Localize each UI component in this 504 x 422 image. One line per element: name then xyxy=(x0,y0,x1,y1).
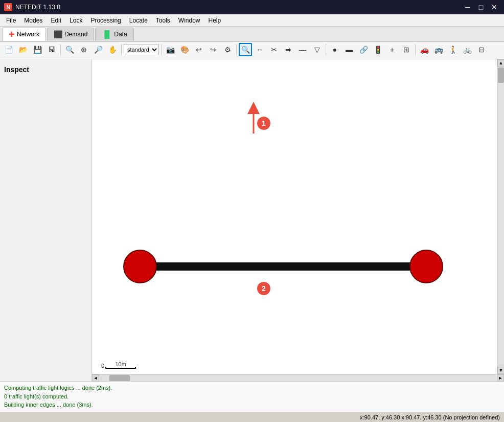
menubar: File Modes Edit Lock Processing Locate T… xyxy=(0,14,504,27)
canvas-area[interactable]: 1 2 0 10m xyxy=(92,59,497,374)
tb-settings-button[interactable]: ⚙ xyxy=(221,43,234,56)
scale-line xyxy=(105,367,136,369)
demand-tab-icon: ⬛ xyxy=(54,30,62,38)
scroll-thumb-h[interactable] xyxy=(109,375,130,381)
maximize-button[interactable]: □ xyxy=(475,2,487,13)
data-tab-icon: ▐▌ xyxy=(102,30,112,38)
menu-lock[interactable]: Lock xyxy=(65,14,86,26)
menu-modes[interactable]: Modes xyxy=(20,14,47,26)
svg-text:2: 2 xyxy=(262,284,266,293)
scroll-thumb-v[interactable] xyxy=(498,68,504,83)
close-button[interactable]: ✕ xyxy=(489,2,500,13)
log-line-3: Building inner edges ... done (3ms). xyxy=(4,401,500,409)
tb-pan-button[interactable]: ✋ xyxy=(106,43,119,56)
log-line-2: 0 traffic light(s) computed. xyxy=(4,392,500,401)
vertical-scrollbar[interactable]: ▲ ▼ xyxy=(497,59,504,374)
tb-bus-button[interactable]: 🚌 xyxy=(432,43,445,56)
menu-processing[interactable]: Processing xyxy=(86,14,125,26)
view-mode-select[interactable]: standard simple detailed xyxy=(124,44,159,55)
tb-zoom-in-button[interactable]: ⊕ xyxy=(77,43,90,56)
tb-tri-button[interactable]: ▽ xyxy=(310,43,324,56)
scroll-left-button[interactable]: ◄ xyxy=(92,374,99,382)
tb-new-button[interactable]: 📄 xyxy=(2,43,15,56)
tb-sep-4 xyxy=(236,44,237,55)
tb-zoom-fit-button[interactable]: 🔍 xyxy=(63,43,76,56)
tb-sep-6 xyxy=(415,44,416,55)
tb-misc-button[interactable]: ⊟ xyxy=(475,43,488,56)
tb-sep-2 xyxy=(121,44,122,55)
tb-person-button[interactable]: 🚶 xyxy=(446,43,460,56)
tb-save-as-button[interactable]: 🖫 xyxy=(45,43,58,56)
sidebar-title: Inspect xyxy=(4,63,87,76)
tab-demand[interactable]: ⬛ Demand xyxy=(47,28,94,40)
network-tab-label: Network xyxy=(17,31,39,38)
scroll-track-v[interactable] xyxy=(497,66,504,367)
annotation-2: 2 xyxy=(257,282,270,295)
menu-file[interactable]: File xyxy=(2,14,20,26)
tb-car-button[interactable]: 🚗 xyxy=(418,43,431,56)
tb-camera-button[interactable]: 📷 xyxy=(164,43,177,56)
tb-open-button[interactable]: 📂 xyxy=(16,43,30,56)
scale-label: 10m xyxy=(115,361,126,367)
menu-tools[interactable]: Tools xyxy=(152,14,174,26)
coordinates: x:90.47, y:46.30 x:90.47, y:46.30 (No pr… xyxy=(360,414,500,420)
app-logo: N xyxy=(4,3,12,11)
window-controls: ─ □ ✕ xyxy=(462,2,500,13)
tb-sep-5 xyxy=(326,44,326,55)
svg-text:1: 1 xyxy=(262,119,266,127)
titlebar-left: N NETEDIT 1.13.0 xyxy=(4,3,60,11)
tab-network[interactable]: ✚ Network xyxy=(2,28,46,41)
data-tab-label: Data xyxy=(114,31,127,38)
tb-node-button[interactable]: ● xyxy=(328,43,341,56)
menu-locate[interactable]: Locate xyxy=(125,14,152,26)
minimize-button[interactable]: ─ xyxy=(462,2,473,13)
scale-zero: 0 xyxy=(101,363,104,369)
tb-grid-button[interactable]: ⊞ xyxy=(400,43,413,56)
toolbar: 📄 📂 💾 🖫 🔍 ⊕ 🔎 ✋ standard simple detailed… xyxy=(0,42,504,59)
horizontal-scrollbar[interactable]: ◄ ► xyxy=(92,374,504,381)
tb-move-button[interactable]: ↔ xyxy=(253,43,266,56)
network-tab-icon: ✚ xyxy=(9,30,15,38)
canvas-row: 1 2 0 10m xyxy=(92,59,504,374)
canvas-wrapper: 1 2 0 10m xyxy=(92,59,504,381)
demand-tab-label: Demand xyxy=(64,31,87,38)
tb-edge-button[interactable]: — xyxy=(296,43,309,56)
network-node-1[interactable] xyxy=(124,250,156,283)
tb-save-button[interactable]: 💾 xyxy=(31,43,44,56)
tb-conn-button[interactable]: 🔗 xyxy=(357,43,370,56)
tb-redo-button[interactable]: ↪ xyxy=(207,43,220,56)
menu-edit[interactable]: Edit xyxy=(47,14,65,26)
annotation-1: 1 xyxy=(254,108,270,134)
titlebar: N NETEDIT 1.13.0 ─ □ ✕ xyxy=(0,0,504,14)
tab-data[interactable]: ▐▌ Data xyxy=(95,28,133,40)
menu-window[interactable]: Window xyxy=(174,14,204,26)
tb-bike-button[interactable]: 🚲 xyxy=(461,43,474,56)
tb-zoom-out-button[interactable]: 🔎 xyxy=(91,43,105,56)
tb-color-button[interactable]: 🎨 xyxy=(178,43,191,56)
scroll-track-h[interactable] xyxy=(99,374,497,381)
tb-delete-button[interactable]: ✂ xyxy=(267,43,281,56)
log-line-1: Computing traffic light logics ... done … xyxy=(4,384,500,392)
network-svg: 1 2 xyxy=(92,59,497,374)
tb-tls-button[interactable]: 🚦 xyxy=(371,43,384,56)
tb-poly-button[interactable]: ▬ xyxy=(342,43,356,56)
sidebar: Inspect xyxy=(0,59,92,381)
statusbar: x:90.47, y:46.30 x:90.47, y:46.30 (No pr… xyxy=(0,412,504,422)
scroll-down-button[interactable]: ▼ xyxy=(497,367,504,374)
scale-bar: 0 10m xyxy=(101,361,136,369)
scroll-right-button[interactable]: ► xyxy=(497,374,504,382)
tb-arrow-button[interactable]: ➡ xyxy=(282,43,295,56)
tb-undo-button[interactable]: ↩ xyxy=(192,43,205,56)
network-node-2[interactable] xyxy=(410,250,443,283)
tabbar: ✚ Network ⬛ Demand ▐▌ Data xyxy=(0,27,504,42)
tb-sep-1 xyxy=(60,44,61,55)
scroll-up-button[interactable]: ▲ xyxy=(497,59,504,66)
app-title: NETEDIT 1.13.0 xyxy=(15,4,60,11)
main-layout: Inspect xyxy=(0,59,504,381)
menu-help[interactable]: Help xyxy=(204,14,225,26)
tb-inspect-button[interactable]: 🔍 xyxy=(239,43,252,56)
network-edge[interactable] xyxy=(140,262,426,271)
tb-sep-3 xyxy=(161,44,162,55)
log-bar: Computing traffic light logics ... done … xyxy=(0,381,504,412)
tb-add-button[interactable]: + xyxy=(385,43,399,56)
